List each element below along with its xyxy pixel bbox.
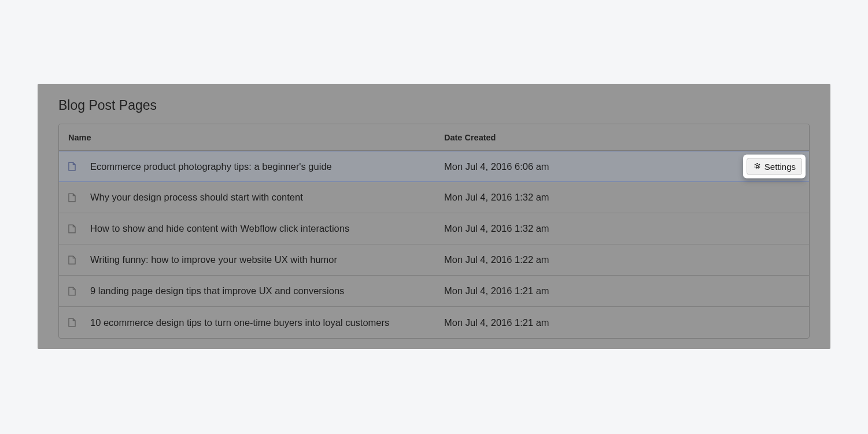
settings-button[interactable]: Settings [747,158,802,175]
page-name: How to show and hide content with Webflo… [90,223,444,234]
table-row[interactable]: Ecommerce product photography tips: a be… [59,151,809,182]
blog-pages-panel: Blog Post Pages Name Date Created Ecomme… [38,84,830,349]
page-name: Ecommerce product photography tips: a be… [90,161,444,172]
page-name: Writing funny: how to improve your websi… [90,254,444,265]
gear-icon [753,162,762,171]
table-row[interactable]: 9 landing page design tips that improve … [59,276,809,307]
page-icon [68,224,90,233]
panel-title: Blog Post Pages [58,98,810,113]
page-name: 9 landing page design tips that improve … [90,285,444,296]
table-row[interactable]: How to show and hide content with Webflo… [59,213,809,244]
page-date: Mon Jul 4, 2016 1:21 am [444,317,800,328]
table-header: Name Date Created [59,124,809,151]
col-header-date[interactable]: Date Created [444,133,800,142]
table-row[interactable]: Why your design process should start wit… [59,182,809,213]
table-row[interactable]: 10 ecommerce design tips to turn one-tim… [59,307,809,338]
page-icon [68,162,90,171]
page-date: Mon Jul 4, 2016 1:32 am [444,223,800,234]
page-icon [68,287,90,296]
page-date: Mon Jul 4, 2016 1:21 am [444,285,800,296]
col-header-name[interactable]: Name [68,133,444,142]
settings-label: Settings [764,162,796,172]
page-date: Mon Jul 4, 2016 1:32 am [444,192,800,203]
table-body: Ecommerce product photography tips: a be… [59,151,809,338]
page-name: Why your design process should start wit… [90,192,444,203]
page-date: Mon Jul 4, 2016 1:22 am [444,254,800,265]
page-icon [68,318,90,327]
page-icon [68,255,90,265]
page-icon [68,193,90,202]
settings-popover: Settings [743,155,806,179]
page-name: 10 ecommerce design tips to turn one-tim… [90,317,444,328]
table-row[interactable]: Writing funny: how to improve your websi… [59,244,809,276]
pages-table: Name Date Created Ecommerce product phot… [58,124,810,339]
